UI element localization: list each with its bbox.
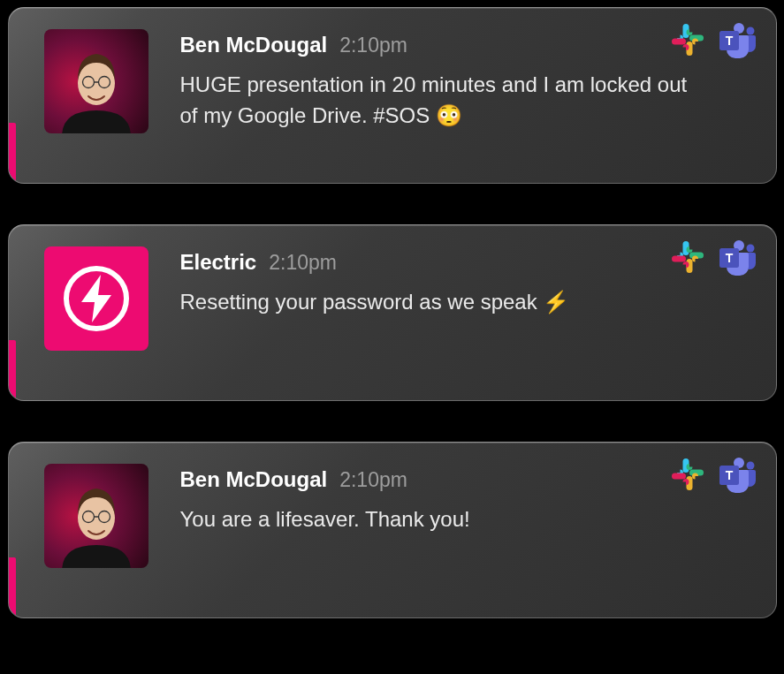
- svg-rect-24: [672, 473, 686, 480]
- channel-icons: T: [670, 455, 757, 497]
- message-author: Ben McDougal: [180, 33, 328, 57]
- channel-icons: T: [670, 20, 757, 63]
- message-body: HUGE presentation in 20 minutes and I am…: [180, 70, 693, 132]
- svg-point-26: [746, 462, 754, 470]
- message-card: T Ben McDougal 2:10pm HUGE presentation …: [8, 7, 777, 184]
- channel-icons: T: [670, 238, 757, 280]
- message-card: T Ben McDougal 2:10pm You are a lifesave…: [8, 442, 777, 618]
- svg-text:T: T: [725, 34, 733, 48]
- message-author: Electric: [180, 250, 257, 275]
- svg-text:T: T: [725, 251, 733, 265]
- message-body: Resetting your password as we speak ⚡: [180, 287, 693, 318]
- accent-bar: [9, 557, 16, 617]
- avatar: [44, 464, 148, 568]
- svg-rect-15: [672, 256, 686, 262]
- message-timestamp: 2:10pm: [339, 34, 407, 57]
- accent-bar: [9, 123, 16, 183]
- message-card: T Electric 2:10pm Resetting your passwor…: [8, 224, 777, 401]
- message-timestamp: 2:10pm: [339, 468, 407, 492]
- accent-bar: [9, 340, 16, 400]
- avatar: [44, 29, 148, 133]
- teams-icon: T: [718, 455, 757, 497]
- slack-icon: [670, 457, 705, 496]
- slack-icon: [670, 239, 705, 278]
- avatar: [44, 246, 148, 351]
- svg-text:T: T: [725, 468, 733, 482]
- slack-icon: [670, 22, 705, 61]
- svg-point-17: [746, 245, 754, 253]
- message-body: You are a lifesaver. Thank you!: [180, 504, 693, 535]
- svg-point-5: [746, 27, 754, 35]
- message-timestamp: 2:10pm: [269, 251, 337, 275]
- message-author: Ben McDougal: [180, 467, 328, 492]
- teams-icon: T: [718, 238, 757, 280]
- teams-icon: T: [718, 20, 757, 63]
- svg-rect-3: [672, 39, 686, 45]
